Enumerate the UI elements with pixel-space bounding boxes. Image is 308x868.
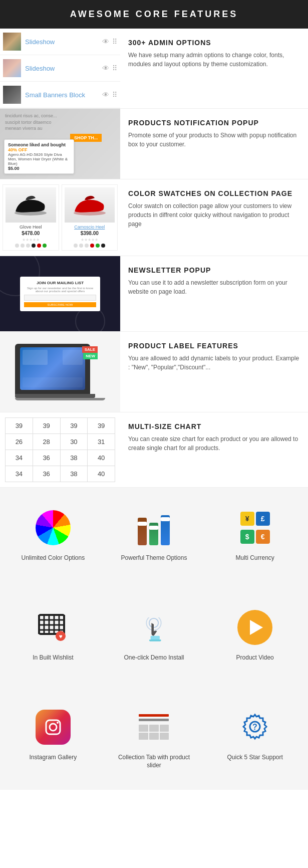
dot [21, 244, 25, 248]
notification-feature-title: PRODUCTS NOTIFICATION POPUP [128, 119, 300, 127]
notification-popup: Someone liked and bought 40% OFF Agero A… [4, 139, 74, 174]
feature-cell-instagram: Instagram Gallery [5, 702, 101, 775]
drag-icon-1[interactable]: ⠿ [112, 38, 117, 46]
toggle-bar-1 [138, 518, 147, 545]
size-table-cell: 38 [60, 450, 88, 466]
newsletter-feature-desc: You can use it to add a newsletter subsc… [128, 278, 300, 296]
eye-icon-2[interactable]: 👁 [102, 64, 109, 72]
size-table-cell: 34 [6, 450, 33, 466]
toggle-knob-3 [161, 517, 170, 521]
slideshow-thumb-3 [3, 86, 21, 104]
dot [32, 244, 36, 248]
new-badge: NEW [83, 353, 98, 359]
svg-text:?: ? [252, 723, 257, 731]
feature-cell-label-collection-tab: Collection Tab with product slider [111, 753, 197, 770]
theme-toggles-icon [138, 510, 170, 545]
newsletter-email-input[interactable] [24, 295, 96, 301]
product-label-feature-desc: You are allowed to add dynamic labels to… [128, 354, 300, 372]
size-chart-feature-desc: You can create size chart for each produ… [128, 435, 300, 453]
feature-cell-support: ? Quick 5 Star Support [207, 702, 303, 775]
size-table: 39393939262830313436384034363840 [5, 417, 115, 482]
instagram-icon [33, 707, 73, 747]
video-play-icon [237, 610, 272, 645]
drag-icon-3[interactable]: ⠿ [112, 91, 117, 99]
size-table-row: 34363840 [6, 466, 115, 482]
dot [74, 244, 78, 248]
shop-button[interactable]: SHOP TH... [70, 134, 102, 142]
slideshow-row-3: Small Banners Block 👁 ⠿ [0, 82, 120, 108]
col-cell-3 [160, 725, 169, 732]
newsletter-modal: JOIN OUR MAILING LIST Sign up for our ne… [20, 277, 100, 311]
col-cell-6 [160, 733, 169, 740]
size-table-cell: 36 [33, 466, 60, 482]
col-cell-2 [149, 725, 159, 732]
slideshow-label-1[interactable]: Slideshow [25, 38, 102, 46]
laptop-screen-content [23, 350, 48, 365]
newsletter-inner-desc: Sign up for our newsletter and be the fi… [24, 287, 96, 293]
row-icons-3: 👁 ⠿ [102, 91, 117, 99]
color-options-icon [33, 508, 73, 548]
svg-point-20 [57, 722, 59, 724]
multi-currency-icon: ¥ £ $ € [235, 508, 275, 548]
notif-popup-text: Someone liked and bought 40% OFF [8, 142, 66, 152]
notification-feature-desc: Promote some of your products to Show wi… [128, 131, 300, 149]
color-wheel-icon [36, 510, 71, 545]
notif-lorem3: menean viverra au [5, 125, 120, 132]
newsletter-feature-title: NEWSLETTER POPUP [128, 266, 300, 274]
shoe-dots-1 [6, 244, 56, 248]
support-icon: ? [235, 707, 275, 747]
features-grid-section: Unlimited Color Options Powerful Theme O… [0, 488, 308, 790]
laptop-foot [15, 398, 105, 400]
cart-svg: ♥ [37, 611, 69, 643]
size-table-cell: 26 [6, 434, 33, 450]
size-table-cell: 39 [60, 418, 88, 434]
support-gear-icon: ? [237, 710, 272, 745]
feature-cell-label-theme-options: Powerful Theme Options [121, 554, 187, 562]
eye-icon-1[interactable]: 👁 [102, 38, 109, 46]
shoe-price-1: $478.00 [6, 231, 56, 236]
slideshow-label-2[interactable]: Slideshow [25, 65, 102, 72]
swatches-feature-desc: Color swatch on collection page allow yo… [128, 201, 300, 229]
size-chart-right-panel: MULTI-SIZE CHART You can create size cha… [120, 412, 308, 487]
feature-cell-color-options: Unlimited Color Options [5, 503, 101, 567]
demo-icon [136, 610, 171, 645]
toggle-bar-2 [149, 523, 158, 545]
dot [101, 244, 105, 248]
feature-cell-label-demo-install: One-click Demo Install [124, 654, 184, 662]
size-table-cell: 40 [88, 450, 115, 466]
col-cell-1 [139, 725, 148, 732]
pound-box: £ [256, 512, 270, 526]
dot [43, 244, 47, 248]
notification-right-panel: PRODUCTS NOTIFICATION POPUP Promote some… [120, 109, 308, 179]
collection-tab-icon [134, 707, 174, 747]
row-icons-2: 👁 ⠿ [102, 64, 117, 72]
collection-tab-icon [136, 710, 171, 745]
feature-cell-label-color-options: Unlimited Color Options [21, 554, 85, 562]
slideshow-label-3[interactable]: Small Banners Block [25, 91, 102, 99]
demo-svg [141, 617, 166, 645]
feature-cell-theme-options: Powerful Theme Options [106, 503, 202, 567]
wishlist-icon: ♥ [36, 610, 71, 645]
admin-feature-desc: We have setup many admin options to chan… [128, 51, 300, 69]
notification-left-panel: tincidunt risus ac, conse... suscipit to… [0, 109, 120, 179]
feature-cell-label-support: Quick 5 Star Support [227, 753, 282, 762]
feature-cell-multi-currency: ¥ £ $ € Multi Currency [207, 503, 303, 567]
size-table-cell: 40 [88, 466, 115, 482]
size-table-cell: 34 [6, 466, 33, 482]
shoe-name-1: Glove Heel [6, 225, 56, 230]
eye-icon-3[interactable]: 👁 [102, 91, 109, 99]
slideshow-row-1: Slideshow 👁 ⠿ [0, 29, 120, 55]
instagram-icon [36, 710, 71, 745]
svg-rect-17 [149, 639, 161, 641]
notif-product-name: Agero AG-HD-5826 Style Diva Men, Women H… [8, 152, 68, 166]
shoe-dots-2 [65, 244, 115, 248]
size-table-cell: 36 [33, 450, 60, 466]
feature-cell-label-wishlist: In Built Wishlist [33, 654, 73, 662]
admin-options-section: Slideshow 👁 ⠿ Slideshow 👁 ⠿ Small Banner… [0, 29, 308, 109]
feature-cell-collection-tab: Collection Tab with product slider [106, 702, 202, 775]
col-bar-1 [139, 714, 169, 717]
feature-cell-label-instagram: Instagram Gallery [29, 753, 77, 762]
drag-icon-2[interactable]: ⠿ [112, 64, 117, 72]
size-chart-feature-title: MULTI-SIZE CHART [128, 422, 300, 430]
newsletter-subscribe-button[interactable]: SUBSCRIBE NOW [24, 302, 96, 307]
